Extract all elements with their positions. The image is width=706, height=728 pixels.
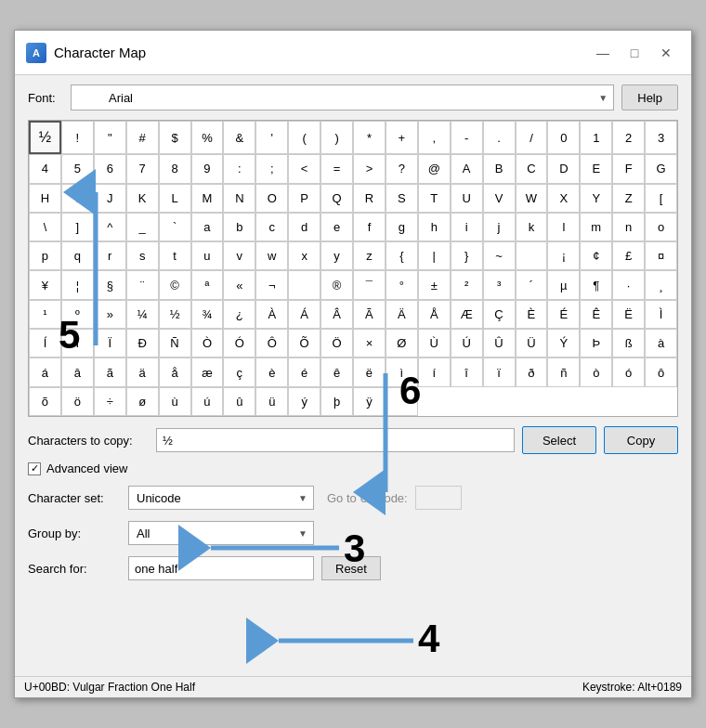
char-cell[interactable]: § xyxy=(94,270,126,299)
char-cell[interactable]: Ö xyxy=(320,329,353,358)
char-cell[interactable]: { xyxy=(386,241,418,270)
char-cell[interactable] xyxy=(386,387,418,416)
char-cell[interactable]: % xyxy=(191,121,224,154)
char-cell[interactable]: º xyxy=(61,300,94,329)
char-cell[interactable]: ' xyxy=(255,121,288,154)
char-cell[interactable]: à xyxy=(645,329,677,358)
char-cell[interactable]: = xyxy=(320,154,353,183)
advanced-view-checkbox[interactable]: ✓ xyxy=(28,462,41,475)
char-cell[interactable]: + xyxy=(386,121,418,154)
char-cell[interactable]: i xyxy=(451,213,483,241)
char-cell[interactable]: ø xyxy=(126,387,159,416)
char-cell[interactable]: ² xyxy=(451,270,483,299)
char-cell[interactable]: w xyxy=(255,241,288,270)
char-cell[interactable]: ú xyxy=(191,387,224,416)
char-cell[interactable]: ¸ xyxy=(645,270,677,299)
character-grid[interactable]: ½!"#$%&'()*+,-./0123456789:;<=>?@ABCDEFG… xyxy=(28,120,678,417)
char-cell[interactable]: d xyxy=(288,213,320,241)
char-cell[interactable]: J xyxy=(94,184,126,213)
char-cell[interactable]: ¯ xyxy=(353,270,386,299)
char-cell[interactable]: Ë xyxy=(612,300,645,329)
char-cell[interactable]: · xyxy=(612,270,645,299)
char-cell[interactable]: ª xyxy=(191,270,224,299)
char-cell[interactable]: þ xyxy=(320,387,353,416)
char-cell[interactable]: ë xyxy=(353,358,386,386)
char-cell[interactable]: È xyxy=(516,300,548,329)
char-cell[interactable]: $ xyxy=(159,121,191,154)
char-cell[interactable]: Ý xyxy=(547,329,580,358)
char-cell[interactable]: @ xyxy=(418,154,451,183)
char-cell[interactable]: ß xyxy=(612,329,645,358)
char-cell[interactable]: î xyxy=(451,358,483,386)
char-cell[interactable]: Ô xyxy=(255,329,288,358)
char-cell[interactable]: U xyxy=(451,184,483,213)
char-cell[interactable]: ï xyxy=(483,358,516,386)
char-cell[interactable]: 3 xyxy=(645,121,677,154)
char-cell[interactable]: . xyxy=(483,121,516,154)
char-cell[interactable]: ¢ xyxy=(580,241,612,270)
reset-button[interactable]: Reset xyxy=(321,556,381,580)
chars-to-copy-input[interactable] xyxy=(156,428,515,452)
char-cell[interactable]: ö xyxy=(61,387,94,416)
char-cell[interactable]: W xyxy=(516,184,548,213)
char-cell[interactable]: Ð xyxy=(126,329,159,358)
char-cell[interactable]: \ xyxy=(29,213,61,241)
char-cell[interactable]: B xyxy=(483,154,516,183)
char-cell[interactable]: ó xyxy=(612,358,645,386)
char-cell[interactable]: j xyxy=(483,213,516,241)
char-cell[interactable]: ! xyxy=(61,121,94,154)
char-cell[interactable]: Z xyxy=(612,184,645,213)
char-cell[interactable]: À xyxy=(255,300,288,329)
char-cell[interactable]: Ä xyxy=(386,300,418,329)
char-cell[interactable]: Â xyxy=(320,300,353,329)
char-cell[interactable]: ä xyxy=(126,358,159,386)
search-for-input[interactable] xyxy=(128,556,314,580)
char-cell[interactable]: M xyxy=(191,184,224,213)
char-cell[interactable]: Û xyxy=(483,329,516,358)
char-cell[interactable]: > xyxy=(353,154,386,183)
char-cell[interactable]: ? xyxy=(386,154,418,183)
char-cell[interactable]: ¼ xyxy=(126,300,159,329)
char-cell[interactable]: p xyxy=(29,241,61,270)
char-cell[interactable]: } xyxy=(451,241,483,270)
char-cell[interactable]: ò xyxy=(580,358,612,386)
char-cell[interactable]: g xyxy=(386,213,418,241)
char-cell[interactable]: ¨ xyxy=(126,270,159,299)
char-cell[interactable]: ¥ xyxy=(29,270,61,299)
advanced-view-checkbox-wrapper[interactable]: ✓ Advanced view xyxy=(28,462,127,475)
char-cell[interactable]: è xyxy=(255,358,288,386)
char-cell[interactable]: C xyxy=(516,154,548,183)
group-by-dropdown[interactable]: All xyxy=(128,521,314,545)
char-cell[interactable]: á xyxy=(29,358,61,386)
char-cell[interactable]: Þ xyxy=(580,329,612,358)
char-cell[interactable]: k xyxy=(516,213,548,241)
char-cell[interactable]: ^ xyxy=(94,213,126,241)
char-cell[interactable]: ½ xyxy=(29,121,61,154)
char-cell[interactable]: 5 xyxy=(61,154,94,183)
char-cell[interactable]: ± xyxy=(418,270,451,299)
char-cell[interactable]: æ xyxy=(191,358,224,386)
char-cell[interactable]: ¾ xyxy=(191,300,224,329)
char-cell[interactable]: Ò xyxy=(191,329,224,358)
char-cell[interactable]: Ó xyxy=(223,329,255,358)
char-cell[interactable]: ³ xyxy=(483,270,516,299)
char-cell[interactable]: ¿ xyxy=(223,300,255,329)
char-cell[interactable]: ÿ xyxy=(353,387,386,416)
char-cell[interactable]: é xyxy=(288,358,320,386)
char-cell[interactable]: n xyxy=(612,213,645,241)
char-cell[interactable]: Ñ xyxy=(159,329,191,358)
char-cell[interactable]: © xyxy=(159,270,191,299)
help-button[interactable]: Help xyxy=(621,84,678,110)
char-cell[interactable]: Ì xyxy=(645,300,677,329)
char-cell[interactable]: c xyxy=(255,213,288,241)
char-cell[interactable]: r xyxy=(94,241,126,270)
char-cell[interactable]: & xyxy=(223,121,255,154)
character-set-dropdown[interactable]: Unicode xyxy=(128,486,314,510)
char-cell[interactable]: 8 xyxy=(159,154,191,183)
go-to-unicode-input[interactable] xyxy=(415,486,462,510)
char-cell[interactable]: ( xyxy=(288,121,320,154)
char-cell[interactable]: ] xyxy=(61,213,94,241)
char-cell[interactable] xyxy=(516,241,548,270)
char-cell[interactable]: ; xyxy=(255,154,288,183)
char-cell[interactable]: | xyxy=(418,241,451,270)
